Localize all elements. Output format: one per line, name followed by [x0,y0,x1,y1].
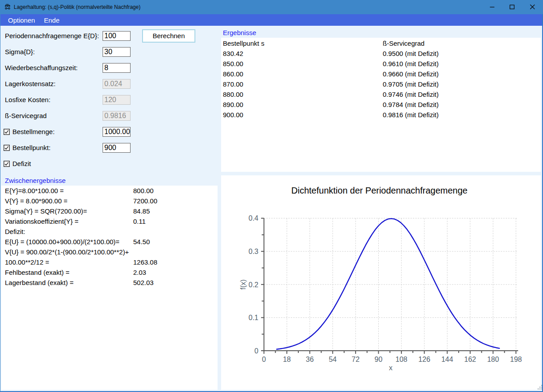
svg-text:144: 144 [441,356,453,363]
svg-text:Dichtefunktion der Periodennac: Dichtefunktion der Periodennachfragemeng… [291,186,468,195]
svg-text:198: 198 [510,356,522,363]
svg-text:f(x): f(x) [239,279,247,289]
svg-text:54: 54 [329,356,337,363]
svg-text:0.3: 0.3 [249,248,258,255]
svg-text:18: 18 [283,356,291,363]
svg-text:108: 108 [396,356,408,363]
svg-text:0.1: 0.1 [249,314,258,321]
svg-text:126: 126 [418,356,430,363]
svg-text:0: 0 [254,347,258,355]
svg-text:180: 180 [487,356,499,363]
svg-text:0.4: 0.4 [249,214,258,222]
svg-text:0.2: 0.2 [249,281,258,289]
svg-text:72: 72 [352,356,360,363]
svg-text:90: 90 [375,356,383,363]
svg-text:36: 36 [306,356,314,363]
svg-text:162: 162 [464,356,476,363]
svg-text:0: 0 [262,356,266,363]
svg-text:x: x [389,364,392,372]
